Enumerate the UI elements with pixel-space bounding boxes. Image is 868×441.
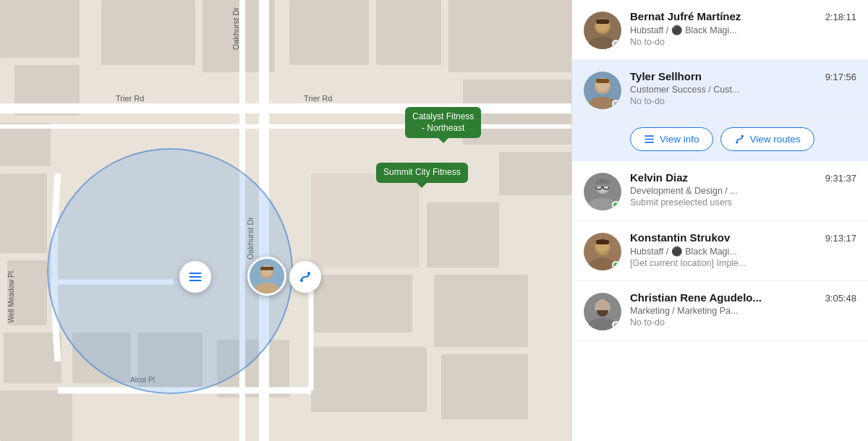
person-time-konstantin: 9:13:17 [825,233,856,244]
person-name-kelvin: Kelvin Diaz [630,171,820,184]
avatar-tyler [584,72,621,109]
status-dot-christian [612,321,620,329]
view-routes-button[interactable]: View routes [720,127,814,151]
catalyst-fitness-marker: Catalyst Fitness - Northeast [405,107,481,138]
svg-rect-34 [260,267,273,270]
svg-rect-15 [311,347,427,412]
road-label-trier-right: Trier Rd [304,94,332,103]
person-detail-christian: Marketing / Marketing Pa... [630,306,789,316]
person-detail-konstantin: Hubstaff / ⚫ Black Magi... [630,246,789,257]
view-info-button[interactable]: View info [630,127,713,151]
person-row-bernat[interactable]: Bernat Jufré Martínez Hubstaff / ⚫ Black… [572,0,868,60]
avatar-konstantin [584,233,621,270]
svg-point-51 [736,141,738,143]
person-detail-tyler: Customer Success / Cust... [630,85,789,95]
person-info-konstantin: Konstantin Strukov Hubstaff / ⚫ Black Ma… [630,231,820,268]
status-dot-tyler [612,100,620,108]
map-view-routes-button[interactable] [289,261,321,293]
map-container: Oakhurst Dr Oakhurst Dr Trier Rd Trier R… [0,0,571,441]
person-time-christian: 3:05:48 [825,293,856,304]
list-icon [644,134,655,145]
person-info-bernat: Bernat Jufré Martínez Hubstaff / ⚫ Black… [630,10,820,47]
person-row-konstantin[interactable]: Konstantin Strukov Hubstaff / ⚫ Black Ma… [572,221,868,281]
person-name-konstantin: Konstantin Strukov [630,231,820,244]
sidebar: Bernat Jufré Martínez Hubstaff / ⚫ Black… [571,0,868,441]
svg-rect-23 [376,0,441,65]
person-todo-tyler: No to-do [630,96,820,106]
person-todo-christian: No to-do [630,317,820,327]
svg-rect-4 [0,174,47,253]
person-detail-bernat: Hubstaff / ⚫ Black Magi... [630,25,789,35]
svg-rect-22 [289,0,369,65]
road-label-wellmeadow: Well Meadow Pl [7,271,15,323]
svg-rect-7 [0,390,72,441]
svg-rect-16 [441,354,528,419]
person-todo-kelvin: Submit preselected users [630,197,820,207]
person-time-tyler: 9:17:56 [825,72,856,82]
person-row-kelvin[interactable]: Kelvin Diaz Development & Design / ... S… [572,161,868,221]
status-dot-konstantin [612,261,620,269]
routes-icon [734,134,745,145]
svg-rect-59 [594,184,611,187]
svg-rect-43 [596,20,609,24]
svg-rect-10 [434,275,528,347]
summit-city-fitness-marker: Summit City Fitness [376,163,468,183]
svg-rect-3 [0,123,51,166]
svg-point-39 [307,272,310,275]
person-info-kelvin: Kelvin Diaz Development & Design / ... S… [630,171,820,207]
status-dot-bernat [612,40,620,48]
person-detail-kelvin: Development & Design / ... [630,186,789,196]
person-time-bernat: 2:18:11 [825,12,856,22]
person-todo-konstantin: [Get current location] Imple... [630,258,820,268]
svg-rect-11 [311,275,412,333]
person-name-tyler: Tyler Sellhorn [630,70,820,82]
svg-rect-1 [0,0,80,58]
svg-point-52 [741,135,743,137]
action-buttons-tyler: View info View routes [572,120,868,161]
svg-rect-63 [596,240,609,244]
person-info-christian: Christian Rene Agudelo... Marketing / Ma… [630,291,820,327]
avatar-bernat [584,12,621,49]
svg-rect-9 [427,202,499,267]
road-label-trier-left: Trier Rd [116,94,144,103]
status-dot-kelvin [612,201,620,209]
person-name-christian: Christian Rene Agudelo... [630,291,820,304]
svg-rect-6 [4,333,61,383]
svg-rect-12 [448,0,571,72]
svg-rect-47 [596,79,609,83]
svg-rect-20 [101,0,195,65]
map-user-avatar [247,257,286,296]
person-todo-bernat: No to-do [630,37,820,47]
avatar-kelvin [584,173,621,210]
svg-rect-14 [499,152,571,195]
map-view-info-button[interactable] [179,261,211,293]
road-label-oakhurst-top: Oakhurst Dr [231,7,240,50]
svg-rect-8 [311,174,420,267]
person-name-bernat: Bernat Jufré Martínez [630,10,820,22]
person-row-christian[interactable]: Christian Rene Agudelo... Marketing / Ma… [572,281,868,341]
svg-point-38 [300,279,303,282]
person-row-tyler[interactable]: Tyler Sellhorn Customer Success / Cust..… [572,60,868,120]
avatar-christian [584,293,621,330]
person-time-kelvin: 9:31:37 [825,173,856,184]
person-info-tyler: Tyler Sellhorn Customer Success / Cust..… [630,70,820,106]
